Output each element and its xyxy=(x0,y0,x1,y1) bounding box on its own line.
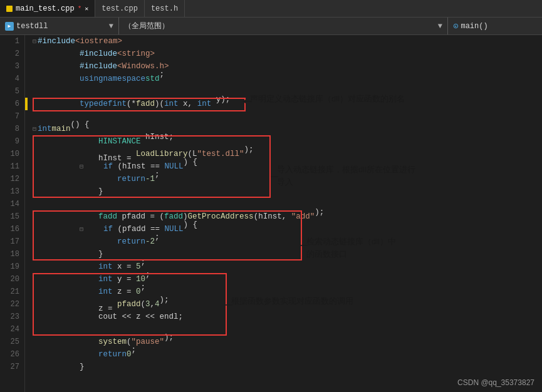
code-line-23: cout << z << endl; xyxy=(28,311,542,323)
project-selector[interactable]: ▶ testdll ▼ xyxy=(0,18,119,34)
line-num: 8 xyxy=(0,123,24,135)
line-num: 14 xyxy=(0,198,24,210)
tab-icon-main xyxy=(6,6,13,12)
code-line-12: return -1; xyxy=(28,173,542,185)
tab-main-test[interactable]: main_test.cpp * ✕ xyxy=(0,0,95,17)
code-line-20: int y = 10; xyxy=(28,273,542,286)
func-label: main() xyxy=(461,22,487,31)
code-line-2: #include <string> xyxy=(28,48,542,60)
line-num: 5 xyxy=(0,85,24,98)
fold-icon-11[interactable]: ⊟ xyxy=(80,163,83,170)
line-num: 11 xyxy=(0,160,24,173)
line-num: 12 xyxy=(0,173,24,185)
tab-test-cpp[interactable]: test.cpp xyxy=(95,0,145,17)
line-num: 24 xyxy=(0,323,24,336)
code-line-6: typedef int(*fadd)(int x, int y); xyxy=(28,98,542,110)
line-num: 13 xyxy=(0,185,24,198)
line-num: 4 xyxy=(0,73,24,85)
line-num: 2 xyxy=(0,48,24,60)
line-num: 3 xyxy=(0,60,24,73)
line-num: 19 xyxy=(0,260,24,273)
line-numbers: 1 2 3 4 5 6 7 8 9 10 11 12 13 14 15 16 1… xyxy=(0,35,25,392)
tab-modified-indicator: * xyxy=(78,5,82,13)
scope-label: （全局范围） xyxy=(124,21,169,31)
code-line-7 xyxy=(28,110,542,123)
line-num: 20 xyxy=(0,273,24,286)
scope-selector[interactable]: （全局范围） ▼ xyxy=(119,18,448,34)
line-num: 16 xyxy=(0,223,24,235)
main-area: 1 2 3 4 5 6 7 8 9 10 11 12 13 14 15 16 1… xyxy=(0,35,542,392)
func-icon: ⊙ xyxy=(453,21,458,31)
scope-dropdown-icon: ▼ xyxy=(438,22,442,31)
code-line-17: return -2; xyxy=(28,235,542,248)
tab-bar: main_test.cpp * ✕ test.cpp test.h xyxy=(0,0,542,18)
line-num: 21 xyxy=(0,286,24,298)
code-line-15: fadd pfadd = (fadd)GetProcAddress(hInst,… xyxy=(28,210,542,223)
func-selector[interactable]: ⊙ main() xyxy=(448,18,542,34)
code-line-5 xyxy=(28,85,542,98)
code-line-14 xyxy=(28,198,542,210)
line-num: 18 xyxy=(0,248,24,260)
line-num: 22 xyxy=(0,298,24,311)
code-line-1: ⊟#include <iostream> xyxy=(28,35,542,48)
code-line-25: system("pause"); xyxy=(28,336,542,348)
line-num: 6 xyxy=(0,98,24,110)
code-line-26: return 0; xyxy=(28,348,542,361)
line-num: 10 xyxy=(0,148,24,160)
line-num: 7 xyxy=(0,110,24,123)
line-num: 25 xyxy=(0,336,24,348)
code-line-3: #include <Windows.h> xyxy=(28,60,542,73)
tab-test-h[interactable]: test.h xyxy=(145,0,185,17)
fold-icon-1[interactable]: ⊟ xyxy=(33,38,36,45)
project-dropdown-icon: ▼ xyxy=(109,22,113,31)
code-area[interactable]: ⊟#include <iostream> #include <string> #… xyxy=(28,35,542,392)
close-icon-main[interactable]: ✕ xyxy=(85,5,88,13)
project-icon: ▶ xyxy=(5,22,14,31)
line-num: 1 xyxy=(0,35,24,48)
line-num: 26 xyxy=(0,348,24,361)
code-line-8: ⊟int main() { xyxy=(28,123,542,135)
tab-label-testh: test.h xyxy=(151,4,178,13)
line-num: 27 xyxy=(0,361,24,373)
tab-label-main: main_test.cpp xyxy=(16,4,75,13)
code-line-27: } xyxy=(28,361,542,373)
line-num: 23 xyxy=(0,311,24,323)
line-num: 15 xyxy=(0,210,24,223)
tab-label-test: test.cpp xyxy=(102,4,138,13)
line-num: 9 xyxy=(0,135,24,148)
code-line-4: using namespace std; xyxy=(28,73,542,85)
code-line-19: int x = 5; xyxy=(28,260,542,273)
watermark: CSDN @qq_35373827 xyxy=(457,378,534,387)
fold-icon-8[interactable]: ⊟ xyxy=(33,125,36,133)
project-name: testdll xyxy=(16,22,48,31)
fold-icon-16[interactable]: ⊟ xyxy=(80,225,83,233)
code-line-10: hInst = LoadLibrary(L"test.dll"); xyxy=(28,148,542,160)
toolbar-row: ▶ testdll ▼ （全局范围） ▼ ⊙ main() xyxy=(0,18,542,35)
line-num: 17 xyxy=(0,235,24,248)
